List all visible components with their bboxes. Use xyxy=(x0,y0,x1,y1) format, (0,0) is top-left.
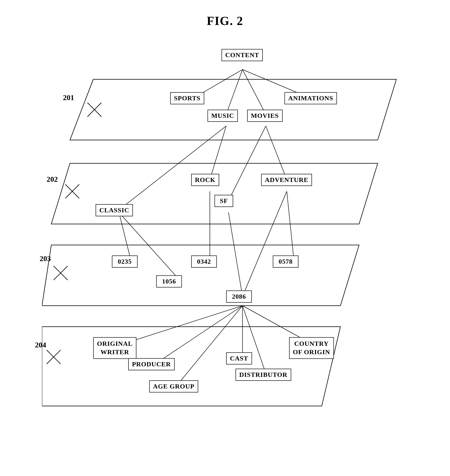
animations-node: ANIMATIONS xyxy=(284,92,337,104)
svg-line-16 xyxy=(210,126,226,180)
layer-201-label: 201 xyxy=(63,93,74,102)
sf-node: SF xyxy=(214,195,233,207)
svg-line-26 xyxy=(126,306,243,343)
layer-202-label: 202 xyxy=(47,175,58,184)
cast-node: CAST xyxy=(226,352,252,364)
svg-line-13 xyxy=(226,70,243,114)
age-group-node: AGE GROUP xyxy=(149,380,198,392)
layer-203-label: 203 xyxy=(40,254,51,263)
content-node: CONTENT xyxy=(221,49,263,61)
producer-node: PRODUCER xyxy=(128,358,175,370)
classic-node: CLASSIC xyxy=(96,204,133,216)
music-node: MUSIC xyxy=(207,110,238,122)
svg-marker-2 xyxy=(42,245,359,306)
n0235-node: 0235 xyxy=(112,255,137,268)
svg-line-18 xyxy=(266,126,287,180)
layer-204-label: 204 xyxy=(35,341,46,349)
n1056-node: 1056 xyxy=(156,275,182,288)
n2086-node: 2086 xyxy=(226,290,252,303)
svg-line-22 xyxy=(119,212,179,280)
diagram: CONTENT SPORTS ANIMATIONS MUSIC MOVIES R… xyxy=(42,42,415,462)
svg-line-24 xyxy=(243,191,287,296)
movies-node: MOVIES xyxy=(247,110,283,122)
svg-line-25 xyxy=(229,212,243,296)
rock-node: ROCK xyxy=(191,174,219,186)
n0342-node: 0342 xyxy=(191,255,217,268)
adventure-node: ADVENTURE xyxy=(261,174,312,186)
svg-line-23 xyxy=(287,191,294,259)
svg-line-28 xyxy=(177,306,243,385)
page-title: FIG. 2 xyxy=(0,0,450,28)
distributor-node: DISTRIBUTOR xyxy=(236,369,291,381)
country-origin-node: COUNTRYOF ORIGIN xyxy=(289,337,334,359)
n0578-node: 0578 xyxy=(273,255,298,268)
sports-node: SPORTS xyxy=(170,92,204,104)
svg-line-14 xyxy=(243,70,266,114)
svg-line-21 xyxy=(119,212,130,259)
original-writer-node: ORIGINALWRITER xyxy=(93,337,136,359)
